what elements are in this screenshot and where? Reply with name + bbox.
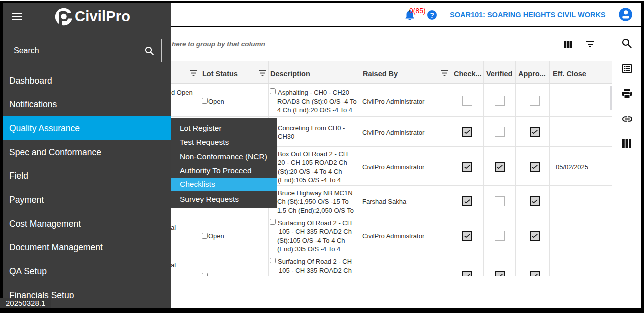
svg-text:?: ?: [430, 12, 434, 20]
